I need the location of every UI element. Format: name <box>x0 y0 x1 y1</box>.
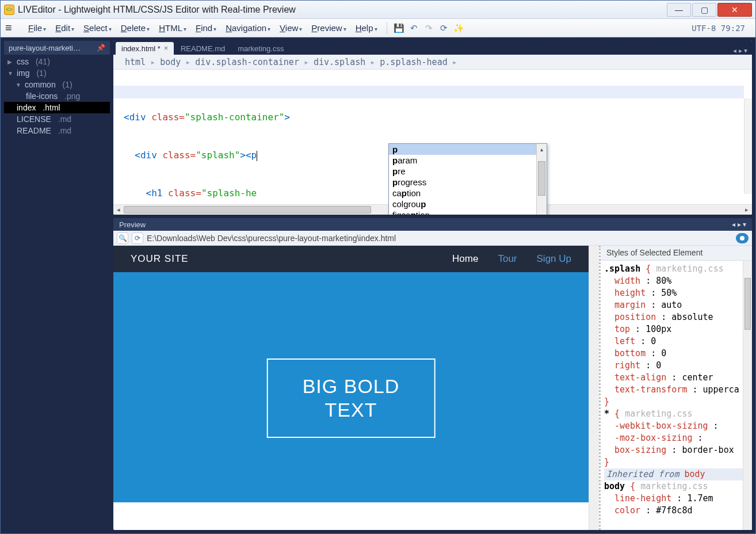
undo-icon[interactable]: ↶ <box>408 22 421 35</box>
wand-icon[interactable]: ✨ <box>453 22 465 35</box>
splash-box: BIG BOLD TEXT <box>267 358 436 438</box>
preview-tab-ctrl-icon[interactable]: ◂ ▸ ▾ <box>732 220 746 228</box>
tab-marketing[interactable]: marketing.css <box>232 42 289 55</box>
menu-select[interactable]: Select▾ <box>80 21 115 35</box>
maximize-button[interactable]: ▢ <box>692 3 716 17</box>
editor-vscroll[interactable] <box>744 98 752 194</box>
titlebar: <> LIVEditor - Lightweight HTML/CSS/JS E… <box>1 1 755 19</box>
preview-tab[interactable]: Preview ◂ ▸ ▾ <box>113 218 752 231</box>
splash-area: BIG BOLD TEXT <box>113 272 589 502</box>
hamburger-icon[interactable]: ≡ <box>5 21 19 35</box>
autocomplete-popup[interactable]: p param pre progress caption colgroup fi… <box>388 143 547 215</box>
sidebar-tab-label: pure-layout-marketi… <box>9 44 81 52</box>
tree-folder-css[interactable]: ▶css (41) <box>4 56 110 67</box>
reload-icon[interactable]: ⟳ <box>132 232 143 244</box>
styles-panel-title: Styles of Selected Element <box>601 246 752 261</box>
ac-item[interactable]: param <box>389 155 547 166</box>
preview-address-bar: 🔍 ⟳ E:\Downloads\Web Dev\css\purecss\pur… <box>113 231 752 246</box>
minimize-button[interactable]: — <box>667 3 691 17</box>
line-highlight <box>113 86 744 98</box>
tree-file-license[interactable]: LICENSE .md <box>4 113 110 125</box>
autocomplete-scroll[interactable]: ▴▾ <box>536 144 547 215</box>
menu-help[interactable]: Help▾ <box>352 21 381 35</box>
tree-file-readme[interactable]: README .md <box>4 125 110 136</box>
styles-panel: Styles of Selected Element .splash { mar… <box>599 246 752 530</box>
ac-item[interactable]: pre <box>389 166 547 177</box>
window-title: LIVEditor - Lightweight HTML/CSS/JS Edit… <box>18 5 667 15</box>
close-button[interactable]: ✕ <box>717 3 752 17</box>
text-cursor <box>257 151 257 161</box>
menu-edit[interactable]: Edit▾ <box>52 21 78 35</box>
nav-signup[interactable]: Sign Up <box>537 253 571 265</box>
menu-html[interactable]: HTML▾ <box>155 21 190 35</box>
menu-delete[interactable]: Delete▾ <box>117 21 153 35</box>
menu-view[interactable]: View▾ <box>276 21 306 35</box>
styles-body[interactable]: .splash { marketing.css width : 80% heig… <box>601 261 752 530</box>
bc-splash[interactable]: div.splash <box>314 57 365 67</box>
sidebar: pure-layout-marketi… 📌 ▶css (41) ▼img (1… <box>4 41 110 530</box>
menu-navigation[interactable]: Navigation▾ <box>222 21 274 35</box>
preview-vscroll[interactable] <box>589 246 599 530</box>
styles-vscroll[interactable] <box>743 261 752 530</box>
eye-icon[interactable] <box>736 233 749 243</box>
refresh-icon[interactable]: ⟳ <box>438 22 450 35</box>
breadcrumb: html▸ body▸ div.splash-container▸ div.sp… <box>113 55 752 70</box>
toolbar-divider <box>387 22 387 35</box>
ac-item[interactable]: progress <box>389 177 547 188</box>
menu-file[interactable]: File▾ <box>25 21 49 35</box>
menu-find[interactable]: Find▾ <box>192 21 220 35</box>
bc-splash-head[interactable]: p.splash-head <box>380 57 447 67</box>
nav-home[interactable]: Home <box>452 253 478 265</box>
status-encoding: UTF-8 79:27 <box>692 24 751 33</box>
preview-path[interactable]: E:\Downloads\Web Dev\css\purecss\pure-la… <box>147 234 732 243</box>
pin-icon[interactable]: 📌 <box>97 44 105 52</box>
tab-readme[interactable]: README.md <box>175 42 231 55</box>
tree-folder-common[interactable]: ▼common (1) <box>4 79 110 90</box>
tabs-nav-icon[interactable]: ◂ ▸ ▾ <box>733 47 752 55</box>
editor-pane: index.html *× README.md marketing.css ◂ … <box>113 41 752 215</box>
document-tabs: index.html *× README.md marketing.css ◂ … <box>113 41 752 55</box>
ac-item[interactable]: colgroup <box>389 199 547 209</box>
tab-index[interactable]: index.html *× <box>116 42 174 55</box>
sidebar-tab[interactable]: pure-layout-marketi… 📌 <box>4 41 110 55</box>
site-nav: YOUR SITE Home Tour Sign Up <box>113 246 589 272</box>
inspect-icon[interactable]: 🔍 <box>117 232 128 244</box>
app-icon: <> <box>4 5 14 15</box>
tree-file-index[interactable]: index .html <box>4 102 110 113</box>
bc-splash-container[interactable]: div.splash-container <box>195 57 299 67</box>
save-icon[interactable]: 💾 <box>393 22 406 35</box>
tree-folder-img[interactable]: ▼img (1) <box>4 67 110 79</box>
tree-file-fileicons[interactable]: file-icons .png <box>4 90 110 102</box>
preview-pane: Preview ◂ ▸ ▾ 🔍 ⟳ E:\Downloads\Web Dev\c… <box>113 218 752 530</box>
close-tab-icon[interactable]: × <box>164 44 168 52</box>
redo-icon[interactable]: ↷ <box>423 22 436 35</box>
site-brand: YOUR SITE <box>131 253 189 265</box>
ac-item[interactable]: figcaption <box>389 209 547 215</box>
ac-item[interactable]: p <box>389 144 547 155</box>
bc-body[interactable]: body <box>160 57 181 67</box>
bc-html[interactable]: html <box>125 57 146 67</box>
file-tree: ▶css (41) ▼img (1) ▼common (1) file-icon… <box>4 55 110 530</box>
menubar: ≡ File▾ Edit▾ Select▾ Delete▾ HTML▾ Find… <box>1 19 755 37</box>
menu-preview[interactable]: Preview▾ <box>308 21 349 35</box>
ac-item[interactable]: caption <box>389 188 547 199</box>
preview-viewport[interactable]: YOUR SITE Home Tour Sign Up BIG BOLD TEX… <box>113 246 589 530</box>
nav-tour[interactable]: Tour <box>498 253 517 265</box>
